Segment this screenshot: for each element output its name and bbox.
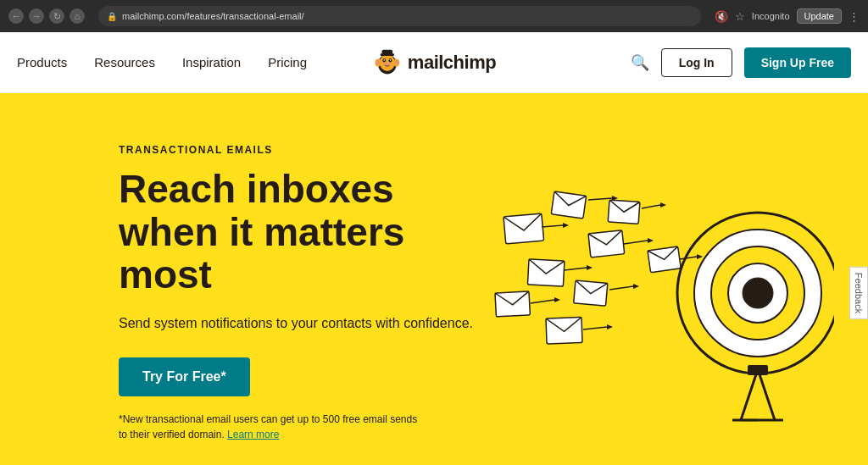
login-button[interactable]: Log In <box>661 48 732 77</box>
svg-marker-41 <box>633 284 639 289</box>
site-wrapper: Products Resources Inspiration Pricing <box>0 32 868 465</box>
home-button[interactable]: ⌂ <box>70 8 85 24</box>
nav-right: 🔍 Log In Sign Up Free <box>631 47 851 78</box>
svg-point-9 <box>376 59 381 64</box>
update-button[interactable]: Update <box>797 8 842 24</box>
svg-rect-12 <box>382 49 393 54</box>
svg-point-10 <box>394 59 398 64</box>
hero-section: TRANSACTIONAL EMAILS Reach inboxes when … <box>0 93 868 465</box>
forward-button[interactable]: → <box>29 8 44 24</box>
svg-point-21 <box>743 278 773 308</box>
svg-point-4 <box>384 58 385 60</box>
nav-resources[interactable]: Resources <box>94 55 155 69</box>
svg-rect-36 <box>588 230 625 257</box>
back-button[interactable]: ← <box>8 8 24 24</box>
nav-pricing[interactable]: Pricing <box>268 55 307 69</box>
bookmark-icon[interactable]: ☆ <box>735 10 745 23</box>
hero-footnote: *New transactional email users can get u… <box>119 412 424 442</box>
nav-left: Products Resources Inspiration Pricing <box>17 55 307 69</box>
svg-point-5 <box>390 58 391 60</box>
hero-title: Reach inboxes when it matters most <box>119 168 475 296</box>
svg-line-34 <box>588 198 612 200</box>
browser-nav-buttons: ← → ↻ ⌂ <box>8 8 85 24</box>
incognito-label: Incognito <box>752 11 790 21</box>
hero-subtitle: Send system notifications to your contac… <box>119 313 475 334</box>
menu-icon[interactable]: ⋮ <box>849 10 860 23</box>
try-free-button[interactable]: Try For Free* <box>119 357 250 396</box>
svg-marker-38 <box>648 238 654 243</box>
logo-text: mailchimp <box>408 52 496 74</box>
svg-rect-23 <box>504 213 544 244</box>
svg-marker-29 <box>587 265 593 270</box>
url-text: mailchimp.com/features/transactional-ema… <box>122 11 304 21</box>
browser-right-icons: 🔇 ☆ Incognito Update ⋮ <box>715 8 860 24</box>
learn-more-link[interactable]: Learn more <box>227 429 279 440</box>
hero-content: TRANSACTIONAL EMAILS Reach inboxes when … <box>119 144 475 442</box>
hero-illustration <box>478 149 834 437</box>
svg-line-49 <box>642 205 660 208</box>
address-bar[interactable]: 🔒 mailchimp.com/features/transactional-e… <box>98 6 701 26</box>
svg-line-31 <box>531 300 554 303</box>
svg-marker-32 <box>554 297 560 302</box>
lock-icon: 🔒 <box>107 12 117 21</box>
nav-inspiration[interactable]: Inspiration <box>182 55 241 69</box>
svg-marker-50 <box>660 202 666 208</box>
search-icon[interactable]: 🔍 <box>631 53 649 72</box>
chimp-mascot-icon <box>372 47 403 78</box>
svg-marker-44 <box>607 324 613 329</box>
svg-line-43 <box>583 327 607 329</box>
browser-chrome: ← → ↻ ⌂ 🔒 mailchimp.com/features/transac… <box>0 0 868 32</box>
svg-line-40 <box>609 286 633 290</box>
navbar: Products Resources Inspiration Pricing <box>0 32 868 93</box>
feedback-tab[interactable]: Feedback <box>849 267 868 319</box>
nav-logo[interactable]: mailchimp <box>372 47 496 78</box>
svg-line-37 <box>624 241 648 244</box>
svg-line-25 <box>542 225 563 227</box>
svg-line-14 <box>758 369 775 420</box>
hero-eyebrow: TRANSACTIONAL EMAILS <box>119 144 475 156</box>
nav-products[interactable]: Products <box>17 55 67 69</box>
svg-line-13 <box>741 369 758 420</box>
svg-marker-26 <box>563 223 569 228</box>
signup-button[interactable]: Sign Up Free <box>744 47 851 78</box>
refresh-button[interactable]: ↻ <box>49 8 64 24</box>
mute-icon: 🔇 <box>715 10 728 23</box>
svg-line-28 <box>565 268 587 270</box>
svg-rect-22 <box>748 365 768 375</box>
